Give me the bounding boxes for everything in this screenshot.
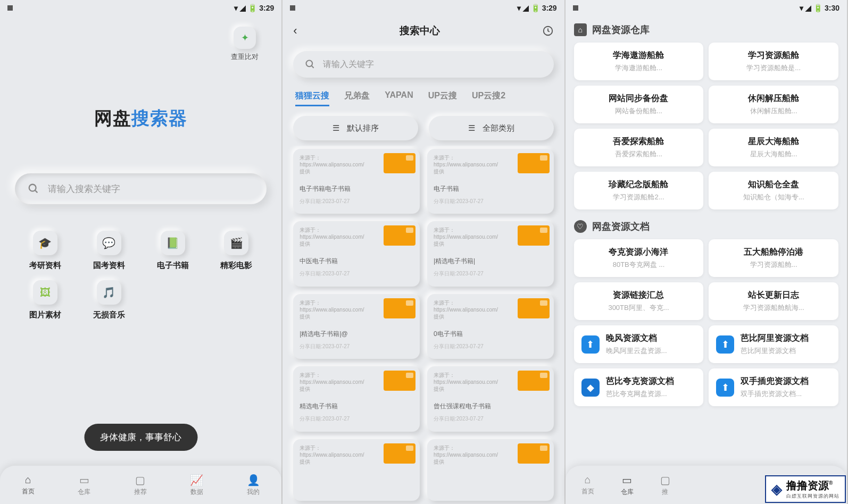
item-title: 吾爱探索船舱: [581, 136, 696, 147]
doc-icon: ⬆: [581, 335, 600, 354]
nav-item-0[interactable]: ⌂首页: [22, 474, 35, 496]
compare-chip[interactable]: ✦ 查重比对: [226, 27, 263, 62]
nav-item-2[interactable]: ▢推: [660, 474, 670, 497]
home-icon: ⌂: [574, 23, 587, 36]
item-title: 芭比夸克资源文档: [606, 376, 696, 387]
doc-item[interactable]: 站长更新日志学习资源船舱航海...: [709, 282, 838, 320]
nav-item-3[interactable]: 📈数据: [190, 474, 203, 497]
nav-icon: ▢: [660, 474, 670, 486]
warehouse-grid: 学海遨游船舱学海遨游船舱...学习资源船舱学习资源船舱是...网站同步备份盘网站…: [566, 39, 847, 213]
nav-item-1[interactable]: ▭仓库: [621, 474, 634, 497]
item-title: 站长更新日志: [716, 290, 831, 301]
result-date: 分享日期:2023-07-27: [300, 270, 413, 278]
app-indicator-icon: [290, 5, 295, 11]
result-card[interactable]: 来源于：https://www.alipansou.com/提供 0电子书籍 分…: [427, 294, 554, 359]
source-tab[interactable]: UP云搜: [428, 90, 457, 106]
nav-item-1[interactable]: ▭仓库: [78, 474, 90, 497]
item-subtitle: 学习资源船舱是...: [716, 63, 831, 73]
doc-item[interactable]: 五大船舱停泊港学习资源船舱...: [709, 239, 838, 277]
doc-item[interactable]: ⬆芭比阿里资源文档芭比阿里资源文档: [709, 325, 838, 363]
category-label: 电子书籍: [157, 261, 189, 271]
category-item[interactable]: 🎬精彩电影: [207, 231, 265, 271]
category-label: 精彩电影: [220, 261, 252, 271]
item-title: 夸克资源小海洋: [581, 247, 696, 258]
result-name: 电子书籍: [434, 184, 547, 194]
signal-icon: ◢: [523, 4, 529, 12]
result-card[interactable]: 来源于：https://www.alipansou.com/提供 |精选电子书籍…: [427, 221, 554, 286]
sort-filter[interactable]: ☰ 默认排序: [293, 116, 418, 140]
warehouse-item[interactable]: 学习资源船舱学习资源船舱是...: [709, 43, 838, 80]
result-card[interactable]: 来源于：https://www.alipansou.com/提供: [427, 439, 554, 501]
status-bar: ▾ ◢ 🔋 3:30: [566, 0, 847, 16]
item-subtitle: 休闲解压船舱...: [716, 106, 831, 116]
nav-icon: ▢: [135, 474, 145, 486]
category-icon: 🖼: [33, 280, 57, 305]
nav-label: 首页: [22, 487, 35, 496]
item-title: 资源链接汇总: [581, 290, 696, 301]
doc-item[interactable]: ⬆晚风资源文档晚风阿里云盘资源...: [574, 325, 704, 363]
warehouse-item[interactable]: 吾爱探索船舱吾爱探索船舱...: [574, 129, 704, 166]
doc-item[interactable]: 夸克资源小海洋80TB夸克网盘 ...: [574, 239, 704, 277]
nav-label: 仓库: [621, 488, 634, 497]
item-title: 晚风资源文档: [606, 333, 696, 344]
warehouse-item[interactable]: 休闲解压船舱休闲解压船舱...: [709, 86, 838, 123]
source-tabs: 猫狸云搜兄弟盘YAPANUP云搜UP云搜2: [282, 83, 564, 111]
item-subtitle: 学习资源船舱2...: [581, 192, 696, 202]
result-card[interactable]: 来源于：https://www.alipansou.com/提供: [293, 439, 420, 501]
result-name: |精选电子书籍|: [434, 257, 547, 266]
doc-item[interactable]: ⬆双手插兜资源文档双手插兜资源文档...: [709, 368, 838, 406]
item-title: 学习资源船舱: [716, 50, 831, 61]
source-tab[interactable]: YAPAN: [385, 90, 413, 106]
warehouse-item[interactable]: 网站同步备份盘网站备份船舱...: [574, 86, 704, 123]
svg-line-1: [35, 190, 38, 193]
list-icon: ☰: [468, 123, 475, 133]
nav-label: 我的: [247, 488, 260, 497]
item-title: 双手插兜资源文档: [741, 376, 831, 387]
warehouse-item[interactable]: 学海遨游船舱学海遨游船舱...: [574, 43, 704, 80]
category-item[interactable]: 🎓考研资料: [16, 231, 74, 271]
page-title: 搜索中心: [400, 24, 440, 38]
search-input[interactable]: 请输入关键字: [293, 51, 553, 78]
nav-item-4[interactable]: 👤我的: [247, 474, 260, 497]
section-header-warehouse: ⌂ 网盘资源仓库: [566, 16, 847, 39]
result-card[interactable]: 来源于：https://www.alipansou.com/提供 精选电子书籍 …: [293, 366, 420, 431]
doc-item[interactable]: 资源链接汇总300TB阿里、夸克...: [574, 282, 704, 320]
nav-item-0[interactable]: ⌂首页: [581, 474, 594, 496]
result-card[interactable]: 来源于：https://www.alipansou.com/提供 |精选电子书籍…: [293, 294, 420, 359]
watermark-logo-icon: ◈: [771, 481, 782, 498]
item-subtitle: 晚风阿里云盘资源...: [606, 346, 696, 356]
signal-icon: ◢: [805, 4, 811, 12]
result-source: 来源于：https://www.alipansou.com/提供: [300, 372, 368, 392]
nav-icon: ▭: [79, 474, 89, 486]
result-card[interactable]: 来源于：https://www.alipansou.com/提供 曾仕强课程电子…: [427, 366, 554, 431]
nav-item-2[interactable]: ▢推荐: [134, 474, 147, 497]
item-subtitle: 300TB阿里、夸克...: [581, 303, 696, 313]
category-item[interactable]: 🖼图片素材: [16, 280, 74, 320]
category-item[interactable]: 🎵无损音乐: [80, 280, 138, 320]
source-tab[interactable]: UP云搜2: [472, 90, 505, 106]
warehouse-item[interactable]: 珍藏纪念版船舱学习资源船舱2...: [574, 172, 704, 209]
nav-label: 数据: [190, 488, 203, 497]
heart-icon: ♡: [574, 220, 587, 233]
nav-label: 仓库: [78, 488, 90, 497]
result-thumbnail-icon: [384, 298, 415, 318]
search-input[interactable]: 请输入搜索关键字: [15, 173, 267, 204]
source-tab[interactable]: 猫狸云搜: [295, 90, 329, 106]
warehouse-item[interactable]: 知识船仓全盘知识船仓（知海专...: [709, 172, 838, 209]
warehouse-item[interactable]: 星辰大海船舱星辰大海船舱...: [709, 129, 838, 166]
source-tab[interactable]: 兄弟盘: [344, 90, 370, 106]
category-item[interactable]: 📗电子书籍: [144, 231, 202, 271]
category-label: 无损音乐: [93, 310, 125, 320]
category-label: 图片素材: [29, 310, 61, 320]
category-filter[interactable]: ☰ 全部类别: [429, 116, 554, 140]
doc-icon: ⬆: [716, 379, 734, 397]
back-button[interactable]: ‹: [293, 24, 297, 38]
history-icon[interactable]: [542, 25, 554, 37]
wifi-icon: ▾: [234, 4, 238, 12]
result-card[interactable]: 来源于：https://www.alipansou.com/提供 电子书籍电子书…: [293, 149, 420, 214]
result-card[interactable]: 来源于：https://www.alipansou.com/提供 电子书籍 分享…: [427, 149, 554, 214]
category-item[interactable]: 💬国考资料: [80, 231, 138, 271]
app-indicator-icon: [7, 5, 13, 11]
result-card[interactable]: 来源于：https://www.alipansou.com/提供 中医电子书籍 …: [293, 221, 420, 286]
doc-item[interactable]: ◆芭比夸克资源文档芭比夸克网盘资源...: [574, 368, 704, 406]
